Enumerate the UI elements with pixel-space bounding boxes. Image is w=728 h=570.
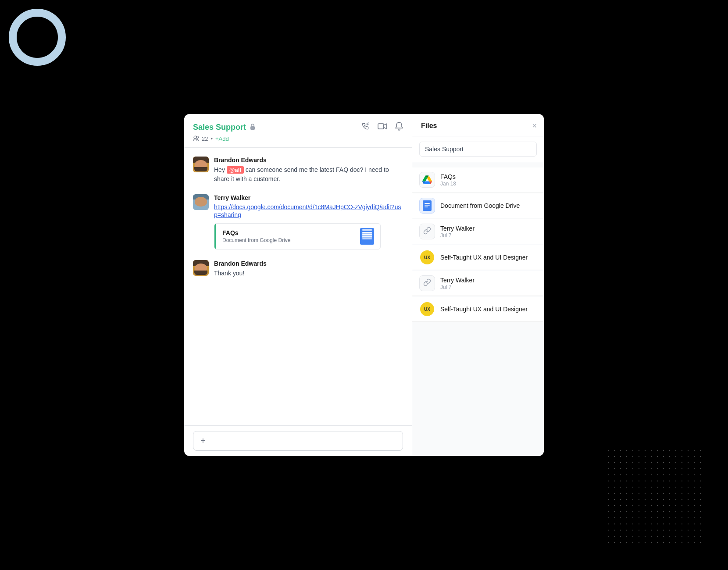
members-row: 22 • +Add — [193, 135, 403, 142]
link-icon-2 — [423, 278, 431, 288]
close-files-button[interactable]: × — [532, 122, 537, 130]
file-terry-1-name: Terry Walker — [440, 225, 537, 232]
file-item-ux-2[interactable]: UX Self-Taught UX and UI Designer — [412, 297, 544, 322]
file-faqs-name: FAQs — [440, 173, 537, 180]
files-panel: Files × FAQs — [412, 114, 544, 456]
phone-icon[interactable] — [361, 122, 370, 133]
svg-rect-9 — [425, 207, 428, 207]
attach-button[interactable]: + — [200, 436, 206, 446]
file-item-ux-1[interactable]: UX Self-Taught UX and UI Designer — [412, 245, 544, 270]
bell-icon[interactable] — [395, 122, 403, 133]
file-item-faqs[interactable]: FAQs Jan 18 — [412, 167, 544, 192]
chat-body: Brandon Edwards Hey @all can someone sen… — [184, 148, 412, 425]
message-1-author: Brandon Edwards — [214, 157, 403, 164]
files-search — [412, 136, 544, 162]
message-2-author: Terry Walker — [214, 194, 403, 201]
header-icons — [361, 122, 403, 133]
file-icon-gdoc — [419, 198, 435, 214]
svg-rect-3 — [378, 124, 384, 129]
gdoc-preview-icon — [360, 228, 374, 245]
lock-icon — [250, 123, 256, 132]
svg-rect-7 — [425, 203, 430, 204]
file-terry-2-name: Terry Walker — [440, 277, 537, 284]
file-faqs-info: FAQs Jan 18 — [440, 173, 537, 187]
channel-name: Sales Support — [193, 123, 246, 132]
message-1-text: Hey @all can someone send me the latest … — [214, 165, 403, 184]
file-icon-link-1 — [419, 224, 435, 239]
ux-circle-1: UX — [420, 250, 434, 264]
file-icon-ux-1: UX — [419, 249, 435, 265]
files-list: FAQs Jan 18 Document from Google Drive — [412, 162, 544, 456]
gdoc-small-icon — [423, 200, 432, 211]
file-item-terry-1[interactable]: Terry Walker Jul 7 — [412, 219, 544, 244]
message-3: Brandon Edwards Thank you! — [193, 260, 403, 278]
members-count: 22 — [202, 135, 208, 142]
add-members-button[interactable]: +Add — [215, 135, 229, 142]
files-title: Files — [421, 122, 437, 130]
link-preview[interactable]: FAQs Document from Google Drive — [214, 223, 381, 249]
message-1-content: Brandon Edwards Hey @all can someone sen… — [214, 157, 403, 184]
avatar-terry — [193, 194, 209, 210]
file-ux-1-name: Self-Taught UX and UI Designer — [440, 254, 537, 261]
chat-footer: + — [184, 425, 412, 456]
message-3-content: Brandon Edwards Thank you! — [214, 260, 403, 278]
file-icon-ux-2: UX — [419, 301, 435, 317]
file-terry-2-date: Jul 7 — [440, 284, 537, 290]
message-3-author: Brandon Edwards — [214, 260, 403, 267]
file-terry-1-info: Terry Walker Jul 7 — [440, 225, 537, 239]
svg-point-2 — [368, 123, 369, 124]
app-window: Sales Support — [184, 114, 544, 456]
file-icon-link-2 — [419, 275, 435, 291]
link-preview-subtitle: Document from Google Drive — [222, 237, 355, 243]
svg-rect-8 — [425, 205, 430, 206]
message-2-content: Terry Walker https://docs.google.com/doc… — [214, 194, 403, 249]
link-preview-title: FAQs — [222, 229, 355, 236]
file-icon-gdrive — [419, 172, 435, 188]
gdrive-icon — [422, 175, 432, 184]
chat-header-top: Sales Support — [193, 122, 403, 133]
file-faqs-date: Jan 18 — [440, 181, 537, 187]
file-gdoc-info: Document from Google Drive — [440, 202, 537, 209]
file-ux-2-info: Self-Taught UX and UI Designer — [440, 306, 537, 313]
file-ux-2-name: Self-Taught UX and UI Designer — [440, 306, 537, 313]
file-gdoc-name: Document from Google Drive — [440, 202, 537, 209]
files-header: Files × — [412, 114, 544, 136]
avatar-brandon-1 — [193, 157, 209, 172]
message-1: Brandon Edwards Hey @all can someone sen… — [193, 157, 403, 184]
file-terry-2-info: Terry Walker Jul 7 — [440, 277, 537, 290]
link-preview-content: FAQs Document from Google Drive — [216, 224, 380, 249]
message-2: Terry Walker https://docs.google.com/doc… — [193, 194, 403, 249]
mention-all: @all — [227, 166, 244, 174]
ux-circle-2: UX — [420, 302, 434, 316]
circle-decoration — [9, 9, 66, 66]
channel-name-row: Sales Support — [193, 123, 256, 132]
separator: • — [211, 135, 213, 142]
chat-header: Sales Support — [184, 114, 412, 148]
avatar-brandon-2 — [193, 260, 209, 276]
file-item-gdoc[interactable]: Document from Google Drive — [412, 193, 544, 218]
members-icon — [193, 135, 199, 142]
file-item-terry-2[interactable]: Terry Walker Jul 7 — [412, 271, 544, 296]
message-3-text: Thank you! — [214, 269, 403, 278]
svg-rect-0 — [250, 126, 255, 130]
message-2-link[interactable]: https://docs.google.com/document/d/1c8Ma… — [214, 203, 401, 218]
chat-panel: Sales Support — [184, 114, 412, 456]
video-icon[interactable] — [378, 123, 387, 132]
file-terry-1-date: Jul 7 — [440, 232, 537, 239]
link-icon-1 — [423, 227, 431, 236]
files-search-input[interactable] — [419, 142, 537, 157]
message-input[interactable]: + — [193, 431, 403, 451]
dot-grid-decoration — [605, 447, 702, 544]
file-ux-1-info: Self-Taught UX and UI Designer — [440, 254, 537, 261]
link-preview-text: FAQs Document from Google Drive — [222, 229, 355, 243]
